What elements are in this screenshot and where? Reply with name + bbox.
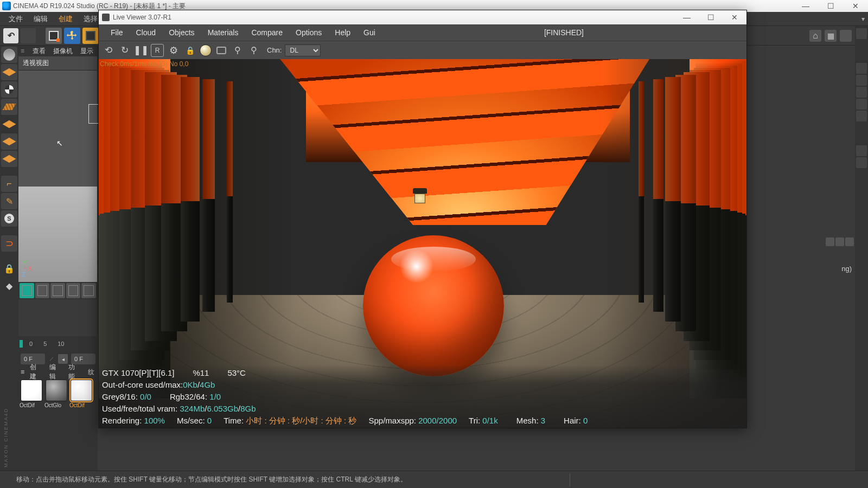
mat-menu-create[interactable]: 创建 <box>27 363 44 381</box>
mat-menu-tex[interactable]: 纹 <box>85 368 98 377</box>
vp-menu-camera[interactable]: 摄像机 <box>50 47 76 56</box>
hamburger-icon[interactable]: ≡ <box>21 47 28 55</box>
stat-ooc-label: Out-of-core used/max: <box>102 379 183 391</box>
lv-menu-materials[interactable]: Materials <box>201 28 245 37</box>
material-item[interactable]: OctGlo <box>44 380 68 408</box>
search-icon[interactable] <box>856 28 867 39</box>
texture-mode-icon[interactable] <box>1 81 17 98</box>
undo-button[interactable]: ↶ <box>3 28 18 43</box>
redo-button[interactable] <box>21 28 36 43</box>
c4d-maximize-button[interactable]: ☐ <box>818 0 843 12</box>
stat-mssec-val: 0 <box>207 415 212 427</box>
vp-tool-3[interactable] <box>50 283 65 298</box>
panel-icon-4[interactable] <box>856 99 867 110</box>
panel-icon-2[interactable] <box>856 75 867 86</box>
lv-lock-icon[interactable]: 🔒 <box>183 44 196 57</box>
lv-settings-icon[interactable]: ⚙ <box>167 44 180 57</box>
timeline-ruler[interactable]: 0 5 10 <box>18 336 98 351</box>
lv-pause-icon[interactable]: ❚❚ <box>135 44 148 57</box>
snap-s-icon[interactable] <box>1 210 17 227</box>
point-mode-icon[interactable] <box>1 116 17 132</box>
edge-mode-icon[interactable] <box>1 133 17 150</box>
layout-grid-icon[interactable] <box>825 30 837 42</box>
vp-tool-1[interactable] <box>20 283 34 298</box>
lv-clay-icon[interactable] <box>215 44 228 57</box>
layout-dropdown-icon[interactable]: ▾ <box>858 15 868 23</box>
lv-menu-cloud[interactable]: Cloud <box>130 28 163 37</box>
frame-sep: ⟋ <box>48 355 55 363</box>
attribute-tab-peek[interactable]: ng) <box>833 260 855 277</box>
pen-tool-icon[interactable]: ✎ <box>1 193 17 209</box>
lv-menu-file[interactable]: File <box>104 28 130 37</box>
viewport-menubar: ≡ 查看 摄像机 显示 <box>18 46 97 56</box>
menu-file[interactable]: 文件 <box>3 12 28 25</box>
stat-tri-label: Tri: <box>469 415 480 427</box>
viewport-3d[interactable]: ↖ Y └X Z <box>18 70 97 282</box>
lv-pick-material-icon[interactable]: ⚲ <box>247 44 260 57</box>
panel-icon-1[interactable] <box>856 63 867 74</box>
playhead-icon[interactable] <box>20 340 23 348</box>
panel-icon-7[interactable] <box>856 157 867 168</box>
lv-titlebar[interactable]: Live Viewer 3.07-R1 — ☐ ✕ <box>99 10 746 24</box>
attr-eye-icon[interactable] <box>835 237 844 246</box>
attribute-header-icons <box>822 237 855 248</box>
viewport-label: 透视视图 <box>18 56 97 70</box>
lv-render-canvas[interactable]: Check:0ms/1ms ms [G] No 0,0 <box>99 59 746 428</box>
vp-tool-5[interactable] <box>81 283 96 298</box>
lv-menu-help[interactable]: Help <box>328 28 357 37</box>
viewport-panel: ≡ 查看 摄像机 显示 透视视图 ↖ Y └X Z <box>18 46 98 336</box>
stat-vram-free: 6.053Gb <box>207 403 238 415</box>
lv-minimize-button[interactable]: — <box>675 10 699 24</box>
panel-icon-5[interactable] <box>856 111 867 121</box>
vp-menu-view[interactable]: 查看 <box>29 47 49 56</box>
vp-tool-2[interactable] <box>35 283 50 298</box>
axis-icon[interactable]: ⌐ <box>1 176 17 192</box>
c4d-close-button[interactable]: ✕ <box>843 0 868 12</box>
menu-create[interactable]: 创建 <box>53 12 78 25</box>
make-editable-icon[interactable] <box>1 47 17 63</box>
magnet-icon[interactable]: ⊃ <box>1 235 17 252</box>
lv-maximize-button[interactable]: ☐ <box>699 10 723 24</box>
live-viewer-window[interactable]: Live Viewer 3.07-R1 — ☐ ✕ File Cloud Obj… <box>98 10 747 428</box>
render-sphere <box>363 235 504 376</box>
attr-lock-icon[interactable] <box>826 237 834 246</box>
hamburger-icon[interactable]: ≡ <box>21 368 24 376</box>
c4d-minimize-button[interactable]: — <box>793 0 818 12</box>
polygon-mode-icon[interactable] <box>1 151 17 167</box>
vp-menu-display[interactable]: 显示 <box>77 47 97 56</box>
locked-icon[interactable]: 🔒 <box>1 260 17 277</box>
menu-edit[interactable]: 编辑 <box>28 12 53 25</box>
live-selection-tool[interactable] <box>46 28 62 44</box>
lv-refresh-icon[interactable]: ↻ <box>118 44 131 57</box>
lv-menu-objects[interactable]: Objects <box>162 28 201 37</box>
layout-toggle-icon[interactable] <box>840 30 852 42</box>
mat-menu-edit[interactable]: 编辑 <box>46 363 63 381</box>
material-item-selected[interactable]: OctDif <box>69 380 93 408</box>
home-icon[interactable] <box>809 30 821 42</box>
model-mode-icon[interactable] <box>1 64 17 80</box>
lv-restart-icon[interactable]: ⟲ <box>102 44 115 57</box>
lv-channel-select[interactable]: DL <box>285 44 321 56</box>
lv-region-icon[interactable]: R <box>151 44 164 57</box>
workplane-icon[interactable] <box>1 99 17 115</box>
lv-material-preview-icon[interactable] <box>200 44 212 56</box>
viewport-object-outline <box>88 104 98 124</box>
vp-tool-4[interactable] <box>66 283 81 298</box>
panel-icon-6[interactable] <box>856 145 867 156</box>
viewport-axis-gizmo: Y └X Z <box>23 260 32 278</box>
lv-pick-focus-icon[interactable]: ⚲ <box>231 44 244 57</box>
material-item[interactable]: OctDif <box>20 380 43 408</box>
lv-render-status: [FINISHED] <box>544 28 746 37</box>
lv-menubar: File Cloud Objects Materials Compare Opt… <box>99 24 746 41</box>
lv-menu-gui[interactable]: Gui <box>357 28 382 37</box>
stat-spp-val: 2000/2000 <box>418 415 457 427</box>
mat-menu-func[interactable]: 功能 <box>65 363 82 381</box>
attr-gear-icon[interactable] <box>845 237 854 246</box>
panel-icon-3[interactable] <box>856 87 867 98</box>
move-tool[interactable] <box>64 28 80 44</box>
scale-tool[interactable] <box>82 28 99 44</box>
lv-menu-compare[interactable]: Compare <box>245 28 289 37</box>
lv-close-button[interactable]: ✕ <box>723 10 746 24</box>
extra-tool-icon[interactable]: ◆ <box>1 278 17 294</box>
lv-menu-options[interactable]: Options <box>289 28 328 37</box>
